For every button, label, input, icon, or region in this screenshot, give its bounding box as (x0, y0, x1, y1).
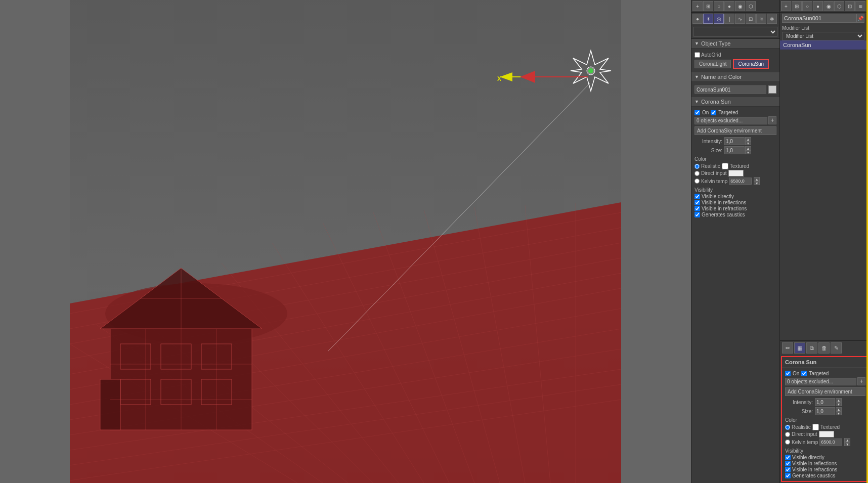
right-kelvin-radio[interactable] (785, 440, 790, 445)
right-excluded-btn[interactable]: 0 objects excluded... (785, 378, 856, 385)
svg-rect-37 (100, 379, 120, 430)
modify-btn[interactable]: ⊞ (703, 1, 713, 11)
corona-sun-header[interactable]: ▼ Corona Sun (691, 97, 779, 107)
utilities-btn[interactable]: ⬡ (746, 1, 756, 11)
targeted-checkbox[interactable] (711, 110, 716, 115)
intensity-down[interactable]: ▼ (745, 141, 751, 145)
mod-dots-btn[interactable]: ● (813, 1, 823, 11)
viewport-3d[interactable]: X (0, 0, 691, 483)
right-size-down[interactable]: ▼ (836, 411, 842, 415)
lights-btn[interactable]: ☀ (703, 14, 713, 24)
right-visible-reflections-checkbox[interactable] (785, 461, 791, 466)
systems-btn[interactable]: ≋ (756, 14, 766, 24)
mod-delete-tool-btn[interactable]: 🗑 (818, 342, 830, 354)
modifier-list-dropdown[interactable]: Modifier List (782, 32, 864, 40)
right-kelvin-up[interactable]: ▲ (844, 438, 850, 442)
mod-camera-btn[interactable]: ○ (802, 1, 812, 11)
kelvin-input[interactable] (729, 178, 752, 185)
right-visible-directly-checkbox[interactable] (785, 455, 791, 460)
geom-btn[interactable]: ● (692, 14, 703, 24)
modifier-list-label: Modifier List (780, 24, 866, 32)
right-excluded-plus-btn[interactable]: + (857, 377, 865, 385)
cameras-btn[interactable]: ◎ (714, 14, 724, 24)
shapes-btn[interactable]: | (724, 14, 734, 24)
right-realistic-label: Realistic (792, 424, 811, 430)
right-excluded-row: 0 objects excluded... + (785, 377, 865, 385)
excluded-btn[interactable]: 0 objects excluded... (695, 117, 767, 124)
size-input[interactable] (724, 146, 745, 154)
right-add-sky-btn[interactable]: Add CoronaSky environment (785, 387, 865, 396)
color-swatch[interactable] (768, 85, 776, 94)
corona-light-btn[interactable]: CoronaLight (695, 60, 731, 68)
right-generates-caustics-label: Generates caustics (792, 473, 836, 478)
direct-input-radio[interactable] (695, 171, 700, 176)
excluded-plus-btn[interactable]: + (768, 116, 776, 124)
right-direct-input-radio[interactable] (785, 432, 790, 437)
mod-pin-tool-btn[interactable]: ✏ (782, 342, 793, 354)
add-sky-btn[interactable]: Add CoronaSky environment (695, 126, 776, 135)
intensity-up[interactable]: ▲ (745, 137, 751, 141)
type-buttons-row: CoronaLight CoronaSun (695, 59, 776, 69)
right-size-up[interactable]: ▲ (836, 407, 842, 411)
right-visible-refractions-checkbox[interactable] (785, 467, 791, 472)
mod-extra1-btn[interactable]: ⊡ (845, 1, 855, 11)
generates-caustics-checkbox[interactable] (695, 212, 700, 217)
modifier-item[interactable]: CoronaSun (780, 40, 866, 50)
right-on-checkbox[interactable] (785, 371, 791, 376)
right-size-input[interactable] (815, 407, 835, 415)
kelvin-up[interactable]: ▲ (754, 177, 760, 181)
right-on-label: On (793, 371, 799, 376)
size-down[interactable]: ▼ (745, 150, 751, 154)
mod-util-btn[interactable]: ⬡ (834, 1, 844, 11)
right-intensity-down[interactable]: ▼ (836, 402, 842, 406)
right-intensity-input[interactable] (815, 398, 835, 406)
right-intensity-up[interactable]: ▲ (836, 398, 842, 402)
right-targeted-checkbox[interactable] (801, 371, 807, 376)
mod-modify-btn[interactable]: ⊞ (792, 1, 802, 11)
kelvin-down[interactable]: ▼ (754, 181, 760, 185)
right-textured-checkbox[interactable] (812, 424, 819, 430)
corona-sun-btn[interactable]: CoronaSun (733, 59, 769, 69)
extra-btn[interactable]: ✲ (767, 14, 777, 24)
name-color-content (691, 82, 779, 97)
hierarchy-btn[interactable]: ○ (714, 1, 724, 11)
mod-pin-btn[interactable]: 📌 (856, 14, 864, 23)
mod-copy-tool-btn[interactable]: ⧉ (806, 342, 817, 354)
right-visible-directly-row: Visible directly (785, 455, 865, 460)
name-color-header[interactable]: ▼ Name and Color (691, 72, 779, 82)
textured-checkbox[interactable] (722, 163, 728, 169)
right-direct-input-color[interactable] (819, 431, 834, 437)
mod-display-btn[interactable]: ◉ (823, 1, 834, 11)
mod-create-btn[interactable]: + (781, 1, 791, 11)
right-generates-caustics-checkbox[interactable] (785, 473, 791, 478)
motion-btn[interactable]: ● (724, 1, 734, 11)
helpers-btn[interactable]: ∿ (735, 14, 745, 24)
display-btn[interactable]: ◉ (735, 1, 745, 11)
direct-input-color[interactable] (728, 170, 744, 177)
on-checkbox[interactable] (695, 110, 700, 115)
spacewarps-btn[interactable]: ⊡ (746, 14, 756, 24)
mod-name-input[interactable] (782, 14, 856, 23)
right-kelvin-down[interactable]: ▼ (844, 442, 850, 446)
name-input[interactable] (695, 85, 766, 94)
intensity-input[interactable] (724, 137, 745, 145)
right-realistic-radio[interactable] (785, 425, 790, 430)
autogrid-label[interactable]: AutoGrid (695, 52, 721, 58)
visible-refractions-checkbox[interactable] (695, 206, 700, 211)
autogrid-checkbox[interactable] (695, 52, 700, 58)
object-type-header[interactable]: ▼ Object Type (691, 39, 779, 49)
name-color-arrow: ▼ (695, 74, 699, 79)
corona-dropdown[interactable]: Corona (693, 27, 777, 37)
visible-reflections-checkbox[interactable] (695, 200, 700, 205)
kelvin-radio[interactable] (695, 179, 700, 184)
realistic-radio[interactable] (695, 164, 700, 169)
mod-list-tool-btn[interactable]: ▦ (794, 342, 805, 354)
size-up[interactable]: ▲ (745, 146, 751, 150)
mod-extra2-btn[interactable]: ≋ (855, 1, 865, 11)
create-btn[interactable]: + (692, 1, 703, 11)
visible-directly-checkbox[interactable] (695, 194, 700, 199)
mod-edit-tool-btn[interactable]: ✎ (831, 342, 842, 354)
right-intensity-label: Intensity: (785, 400, 813, 405)
modifier-panel: + ⊞ ○ ● ◉ ⬡ ⊡ ≋ 📌 Modifier List Modifier… (779, 0, 868, 483)
right-kelvin-input[interactable] (819, 438, 842, 446)
